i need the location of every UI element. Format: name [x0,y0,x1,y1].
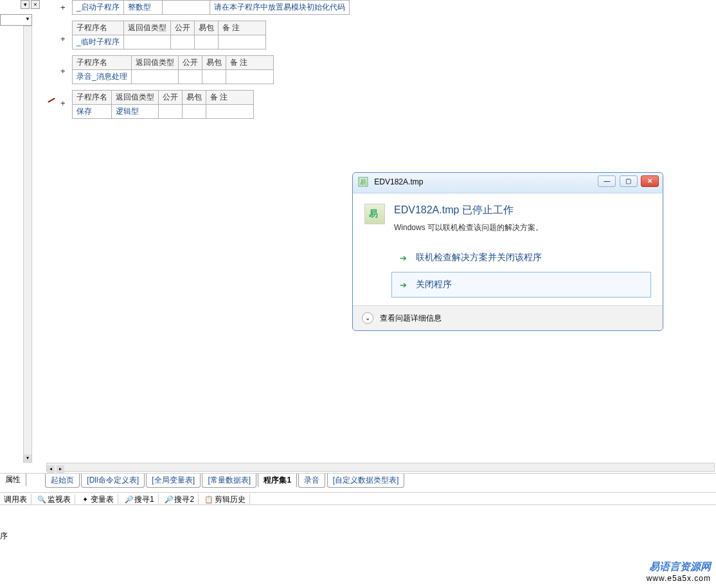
header-pub: 公开 [178,56,202,70]
option-close-program[interactable]: ➔ 关闭程序 [391,272,651,298]
properties-label[interactable]: 属性 [0,474,26,486]
magnifier-icon: 🔍 [37,495,45,504]
header-pub: 公开 [170,21,194,35]
cell-name[interactable]: _临时子程序 [73,35,124,49]
option-check-online[interactable]: ➔ 联机检查解决方案并关闭该程序 [391,245,651,271]
cell-name[interactable]: 录音_消息处理 [73,70,132,84]
dialog-title: EDV182A.tmp [374,177,423,186]
cell[interactable] [162,1,210,15]
tab-dll[interactable]: [Dll命令定义表] [81,474,145,488]
header-remark: 备 注 [218,21,265,35]
watermark-url: www.e5a5x.com [647,574,711,583]
tab-custom[interactable]: [自定义数据类型表] [327,474,405,488]
header-remark: 备 注 [226,56,273,70]
sidebar-combo[interactable] [0,14,32,26]
dialog-titlebar[interactable]: 易 EDV182A.tmp — ▢ ✕ [353,173,663,193]
cell-name[interactable]: _启动子程序 [73,1,124,15]
tool-search2[interactable]: 🔎 搜寻2 [161,494,199,505]
cell[interactable] [131,70,178,84]
expand-icon[interactable]: + [60,98,66,108]
arrow-icon: ➔ [400,253,407,263]
header-pkg: 易包 [194,21,218,35]
subroutine-table-2[interactable]: 子程序名 返回值类型 公开 易包 备 注 _临时子程序 [72,21,266,49]
header-remark: 备 注 [206,91,254,105]
cell-comment[interactable]: 请在本子程序中放置易模块初始化代码 [210,1,349,15]
sidebar: ▾ × ▾ [0,0,40,470]
subroutine-table-3[interactable]: 子程序名 返回值类型 公开 易包 备 注 录音_消息处理 [72,55,274,84]
tab-rec[interactable]: 录音 [298,474,325,488]
minimize-button[interactable]: — [598,175,616,187]
tool-call-table[interactable]: 调用表 [0,494,31,505]
expand-icon[interactable]: + [60,66,66,76]
dialog-heading: EDV182A.tmp 已停止工作 [394,204,543,217]
sidebar-close-button[interactable]: × [31,0,40,9]
search-icon: 🔎 [165,495,172,504]
details-label[interactable]: 查看问题详细信息 [380,313,442,324]
cell[interactable] [226,70,273,84]
tab-global[interactable]: [全局变量表] [146,474,201,488]
cell[interactable] [206,105,254,119]
maximize-button[interactable]: ▢ [620,175,638,187]
cell[interactable] [178,70,202,84]
header-type: 返回值类型 [123,21,170,35]
edit-marker-icon [48,96,55,103]
cell-type[interactable]: 逻辑型 [112,105,159,119]
watermark: 易语言资源网 www.e5a5x.com [647,560,711,583]
arrow-icon: ➔ [400,280,407,290]
tab-const[interactable]: [常量数据表] [202,474,256,488]
tab-bar: 属性 起始页 [Dll命令定义表] [全局变量表] [常量数据表] 程序集1 录… [0,473,716,485]
tool-search1[interactable]: 🔎 搜寻1 [121,494,159,505]
cell[interactable] [194,35,218,49]
scroll-right-icon[interactable]: ▸ [57,465,64,473]
sidebar-scrollbar[interactable]: ▾ [23,26,32,463]
search-icon: 🔎 [125,495,132,504]
header-pkg: 易包 [202,56,226,70]
close-button[interactable]: ✕ [641,175,659,187]
sidebar-dropdown-button[interactable]: ▾ [21,0,30,9]
dialog-subtext: Windows 可以联机检查该问题的解决方案。 [394,222,543,233]
tab-start[interactable]: 起始页 [45,474,80,488]
clip-icon: 📋 [204,495,212,504]
crash-dialog: 易 EDV182A.tmp — ▢ ✕ EDV182A.tmp 已停止工作 Wi… [352,172,663,331]
header-pub: 公开 [159,91,183,105]
expand-details-button[interactable]: ⌄ [362,312,373,324]
cell[interactable] [202,70,226,84]
scroll-down-icon[interactable]: ▾ [24,454,31,462]
expand-icon[interactable]: + [60,3,66,12]
subroutine-table-4[interactable]: 子程序名 返回值类型 公开 易包 备 注 保存 逻辑型 [72,90,254,119]
header-name: 子程序名 [73,56,132,70]
app-large-icon [364,204,385,224]
cell[interactable] [183,105,206,119]
tool-clip[interactable]: 📋 剪辑历史 [201,494,249,505]
watermark-title: 易语言资源网 [647,560,711,574]
expand-icon[interactable]: + [60,34,66,44]
cell[interactable] [123,35,170,49]
horizontal-scrollbar[interactable]: ◂ ▸ [46,463,715,472]
tool-watch[interactable]: 🔍 监视表 [33,494,75,505]
status-text: 序 [0,531,8,542]
var-icon: ✦ [81,495,89,504]
header-pkg: 易包 [183,91,206,105]
bottom-toolbar: 调用表 🔍 监视表 ✦ 变量表 🔎 搜寻1 🔎 搜寻2 📋 剪辑历史 [0,492,716,505]
cell[interactable] [159,105,183,119]
cell[interactable] [170,35,194,49]
cell-type[interactable]: 整数型 [123,1,162,15]
subroutine-table-1[interactable]: _启动子程序 整数型 请在本子程序中放置易模块初始化代码 [72,0,350,15]
tool-var[interactable]: ✦ 变量表 [77,494,118,505]
tab-prog1[interactable]: 程序集1 [258,474,297,488]
header-name: 子程序名 [73,91,112,105]
header-type: 返回值类型 [131,56,178,70]
header-type: 返回值类型 [112,91,159,105]
cell[interactable] [218,35,265,49]
scroll-left-icon[interactable]: ◂ [47,465,55,473]
app-icon: 易 [358,177,368,187]
cell-name[interactable]: 保存 [73,105,112,119]
header-name: 子程序名 [73,21,124,35]
svg-text:易: 易 [360,179,366,186]
